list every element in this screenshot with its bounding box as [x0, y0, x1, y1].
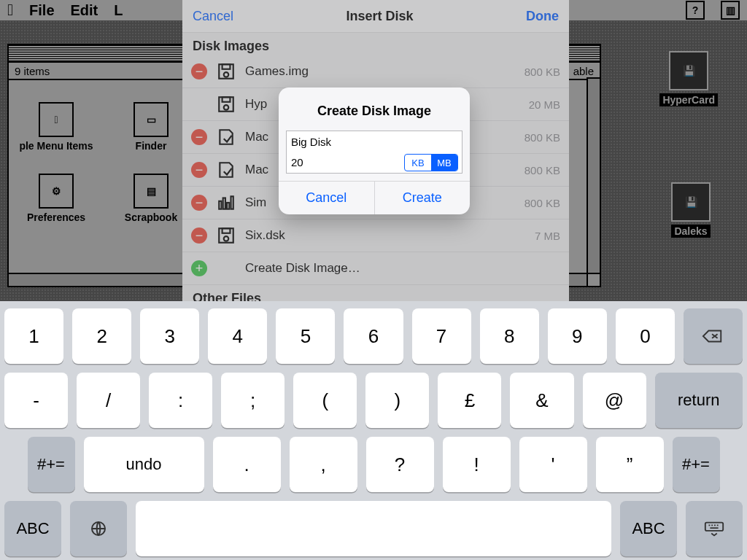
onscreen-keyboard: 1 2 3 4 5 6 7 8 9 0 - / : ; ( ) £ & @ re…	[0, 301, 747, 560]
key-pound[interactable]: £	[438, 373, 501, 428]
alert-title: Create Disk Image	[279, 88, 470, 131]
key-backspace[interactable]	[684, 308, 743, 364]
key-7[interactable]: 7	[412, 308, 471, 364]
key-semicolon[interactable]: ;	[221, 373, 285, 428]
key-comma[interactable]: ,	[290, 437, 357, 492]
key-undo[interactable]: undo	[84, 437, 204, 492]
key-symbols-left[interactable]: #+=	[28, 437, 75, 492]
key-abc-right[interactable]: ABC	[620, 501, 677, 556]
key-space[interactable]	[136, 501, 611, 556]
key-2[interactable]: 2	[72, 308, 131, 364]
size-unit-segmented-control[interactable]: KB MB	[404, 154, 458, 171]
key-8[interactable]: 8	[480, 308, 539, 364]
key-exclaim[interactable]: !	[443, 437, 511, 492]
key-abc-left[interactable]: ABC	[4, 501, 61, 556]
create-disk-image-alert: Create Disk Image KB MB Cancel Create	[279, 88, 470, 214]
key-period[interactable]: .	[213, 437, 281, 492]
key-dash[interactable]: -	[4, 373, 68, 428]
key-globe[interactable]	[70, 501, 127, 556]
key-3[interactable]: 3	[140, 308, 199, 364]
key-1[interactable]: 1	[4, 308, 63, 364]
key-slash[interactable]: /	[77, 373, 140, 428]
key-5[interactable]: 5	[276, 308, 335, 364]
key-apostrophe[interactable]: '	[519, 437, 587, 492]
key-question[interactable]: ?	[366, 437, 434, 492]
disk-name-input[interactable]	[286, 131, 462, 152]
key-symbols-right[interactable]: #+=	[673, 437, 720, 492]
svg-rect-14	[705, 523, 723, 531]
key-9[interactable]: 9	[548, 308, 607, 364]
alert-create-button[interactable]: Create	[374, 182, 471, 214]
keyboard-dismiss-icon	[703, 520, 725, 537]
globe-icon	[88, 520, 109, 537]
key-colon[interactable]: :	[149, 373, 212, 428]
key-rdquo[interactable]: ”	[596, 437, 664, 492]
key-at[interactable]: @	[583, 373, 646, 428]
unit-kb-option[interactable]: KB	[405, 155, 431, 171]
key-ampersand[interactable]: &	[510, 373, 573, 428]
alert-cancel-button[interactable]: Cancel	[279, 182, 374, 214]
backspace-icon	[702, 327, 724, 345]
key-return[interactable]: return	[655, 373, 743, 428]
key-rparen[interactable]: )	[365, 373, 429, 428]
key-4[interactable]: 4	[208, 308, 267, 364]
key-dismiss-keyboard[interactable]	[686, 501, 743, 556]
key-6[interactable]: 6	[344, 308, 403, 364]
unit-mb-option[interactable]: MB	[431, 155, 457, 171]
key-0[interactable]: 0	[616, 308, 675, 364]
key-lparen[interactable]: (	[293, 373, 357, 428]
